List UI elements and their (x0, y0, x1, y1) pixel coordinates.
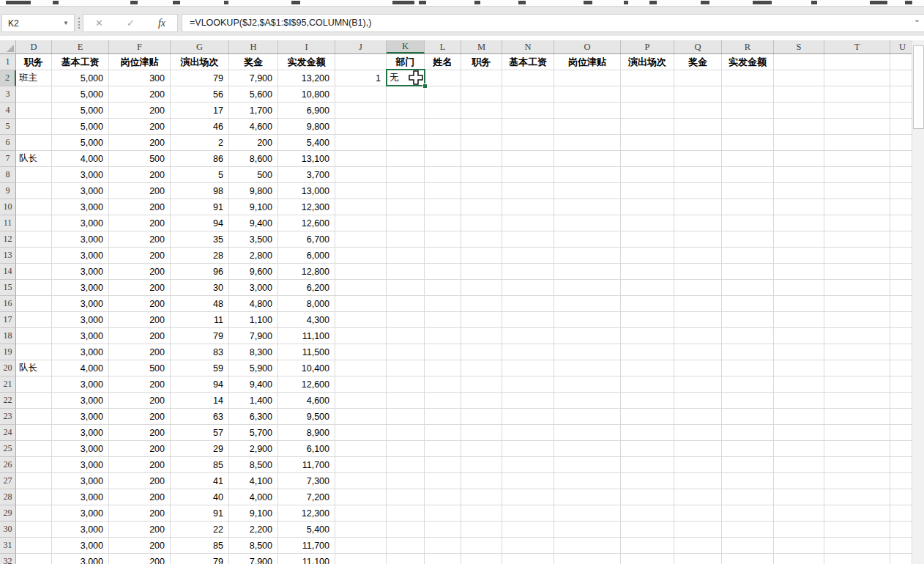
cancel-icon[interactable]: ✕ (95, 18, 103, 28)
cell-E17[interactable]: 3,000 (52, 312, 109, 328)
cell-D24[interactable] (16, 425, 52, 441)
cell-D26[interactable] (16, 457, 52, 473)
cell-O26[interactable] (554, 457, 621, 473)
cell-R2[interactable] (722, 70, 774, 86)
cell-T17[interactable] (824, 312, 890, 328)
cell-E29[interactable]: 3,000 (52, 505, 109, 522)
row-header-20[interactable]: 20 (0, 360, 16, 376)
cell-M26[interactable] (461, 457, 502, 473)
cell-D12[interactable] (16, 231, 52, 248)
cell-O8[interactable] (554, 167, 621, 183)
cell-Q19[interactable] (674, 344, 722, 360)
column-header-T[interactable]: T (824, 40, 890, 53)
cell-U14[interactable] (890, 264, 912, 280)
formula-bar-expand-icon[interactable]: ⌄ (914, 15, 920, 23)
cell-R24[interactable] (722, 425, 774, 441)
cell-D8[interactable] (16, 167, 52, 183)
cell-S8[interactable] (774, 167, 824, 183)
cell-N27[interactable] (502, 473, 554, 489)
cell-H30[interactable]: 2,200 (229, 522, 278, 538)
cell-S4[interactable] (774, 103, 824, 119)
cell-R21[interactable] (722, 376, 774, 393)
cell-M2[interactable] (461, 70, 502, 86)
row-header-11[interactable]: 11 (0, 215, 16, 231)
cell-D5[interactable] (16, 119, 52, 135)
cell-E25[interactable]: 3,000 (52, 441, 109, 457)
cell-N22[interactable] (502, 393, 554, 409)
row-header-1[interactable]: 1 (0, 54, 16, 70)
cell-I22[interactable]: 4,600 (278, 393, 335, 409)
cell-Q23[interactable] (674, 409, 722, 425)
cell-S20[interactable] (774, 360, 824, 376)
cell-D20[interactable]: 队长 (16, 360, 52, 376)
cell-E4[interactable]: 5,000 (52, 103, 109, 119)
cell-J16[interactable] (335, 296, 387, 312)
cell-H18[interactable]: 7,900 (229, 328, 278, 344)
cell-K28[interactable] (387, 489, 425, 505)
cell-O14[interactable] (554, 264, 621, 280)
cell-O4[interactable] (554, 103, 621, 119)
cell-F4[interactable]: 200 (109, 103, 171, 119)
cell-S13[interactable] (774, 248, 824, 264)
cell-N4[interactable] (502, 103, 554, 119)
row-header-13[interactable]: 13 (0, 248, 16, 264)
cell-K2[interactable]: 无 (387, 70, 425, 86)
cell-T11[interactable] (824, 215, 890, 231)
cell-M3[interactable] (461, 86, 502, 103)
row-header-31[interactable]: 31 (0, 538, 16, 554)
cell-O7[interactable] (554, 151, 621, 167)
cell-R14[interactable] (722, 264, 774, 280)
cell-O2[interactable] (554, 70, 621, 86)
column-header-E[interactable]: E (52, 40, 109, 53)
cell-F7[interactable]: 500 (109, 151, 171, 167)
cell-Q12[interactable] (674, 231, 722, 248)
cell-N11[interactable] (502, 215, 554, 231)
cell-E22[interactable]: 3,000 (52, 393, 109, 409)
cell-R31[interactable] (722, 538, 774, 554)
cell-N5[interactable] (502, 119, 554, 135)
cell-Q31[interactable] (674, 538, 722, 554)
cell-R1[interactable]: 实发金额 (722, 54, 774, 70)
cell-R7[interactable] (722, 151, 774, 167)
cell-J15[interactable] (335, 280, 387, 296)
cell-E9[interactable]: 3,000 (52, 183, 109, 199)
cell-L4[interactable] (425, 103, 461, 119)
cell-N17[interactable] (502, 312, 554, 328)
cell-F8[interactable]: 200 (109, 167, 171, 183)
cell-G19[interactable]: 83 (171, 344, 229, 360)
cell-S21[interactable] (774, 376, 824, 393)
cell-E19[interactable]: 3,000 (52, 344, 109, 360)
cell-M27[interactable] (461, 473, 502, 489)
cell-N7[interactable] (502, 151, 554, 167)
cell-H32[interactable]: 7,900 (229, 554, 278, 564)
cell-L3[interactable] (425, 86, 461, 103)
cell-E18[interactable]: 3,000 (52, 328, 109, 344)
cell-S6[interactable] (774, 135, 824, 151)
cell-G16[interactable]: 48 (171, 296, 229, 312)
cell-D27[interactable] (16, 473, 52, 489)
cell-T31[interactable] (824, 538, 890, 554)
cell-J32[interactable] (335, 554, 387, 564)
cell-E7[interactable]: 4,000 (52, 151, 109, 167)
cell-S5[interactable] (774, 119, 824, 135)
cell-F20[interactable]: 500 (109, 360, 171, 376)
cell-O29[interactable] (554, 505, 621, 522)
cell-L11[interactable] (425, 215, 461, 231)
cell-K21[interactable] (387, 376, 425, 393)
cell-M18[interactable] (461, 328, 502, 344)
cell-I26[interactable]: 11,700 (278, 457, 335, 473)
cell-P3[interactable] (621, 86, 674, 103)
cell-S1[interactable] (774, 54, 824, 70)
cell-R26[interactable] (722, 457, 774, 473)
cell-R15[interactable] (722, 280, 774, 296)
cell-M28[interactable] (461, 489, 502, 505)
cell-K23[interactable] (387, 409, 425, 425)
cell-R5[interactable] (722, 119, 774, 135)
cell-L12[interactable] (425, 231, 461, 248)
cell-Q22[interactable] (674, 393, 722, 409)
cell-E28[interactable]: 3,000 (52, 489, 109, 505)
cell-T21[interactable] (824, 376, 890, 393)
cell-G5[interactable]: 46 (171, 119, 229, 135)
cell-J31[interactable] (335, 538, 387, 554)
cell-D19[interactable] (16, 344, 52, 360)
